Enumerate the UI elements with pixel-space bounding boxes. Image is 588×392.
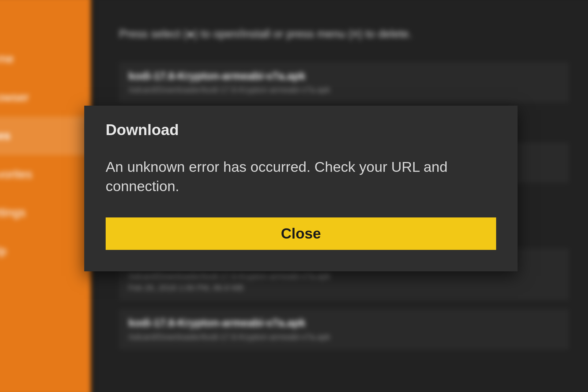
dialog-overlay: Download An unknown error has occurred. … [0, 0, 588, 392]
error-dialog: Download An unknown error has occurred. … [84, 106, 518, 271]
close-button[interactable]: Close [106, 217, 496, 250]
dialog-title: Download [106, 121, 496, 139]
dialog-message: An unknown error has occurred. Check you… [106, 157, 496, 196]
